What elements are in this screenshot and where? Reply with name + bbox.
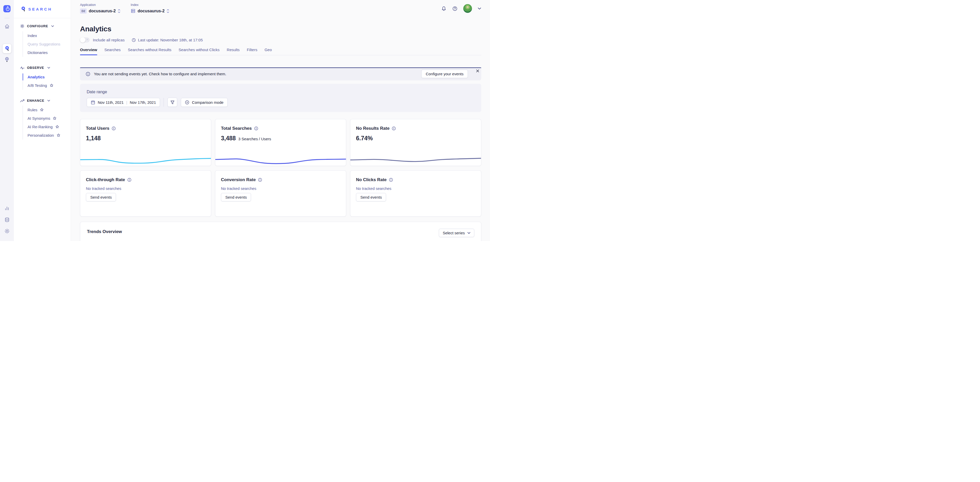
- send-events-button[interactable]: Send events: [356, 193, 386, 201]
- rail-home-button[interactable]: [3, 22, 11, 30]
- sidebar: SEARCH CONFIGURE Index Query Suggestions: [14, 0, 71, 241]
- sidebar-item-label: Rules: [27, 108, 37, 112]
- sidebar-item-dictionaries[interactable]: Dictionaries: [22, 48, 71, 57]
- rail-settings-button[interactable]: [3, 227, 11, 235]
- sidebar-item-ai-synonyms[interactable]: AI Synonyms: [22, 114, 71, 122]
- configure-events-button[interactable]: Configure your events: [421, 70, 468, 78]
- rail-divider: [4, 18, 10, 18]
- info-circle-icon[interactable]: [258, 178, 262, 182]
- info-circle-icon[interactable]: [127, 178, 131, 182]
- card-title: No Clicks Rate: [356, 177, 387, 182]
- include-replicas-toggle[interactable]: [80, 38, 89, 43]
- info-circle-icon[interactable]: [254, 127, 258, 130]
- banner-message: You are not sending events yet. Check ho…: [94, 72, 226, 76]
- sidebar-item-label: Analytics: [27, 75, 45, 79]
- select-series-label: Select series: [443, 231, 465, 235]
- sidebar-item-ab-testing[interactable]: A/B Testing: [22, 81, 71, 90]
- index-icon: [130, 8, 135, 13]
- product-logo[interactable]: SEARCH: [14, 0, 71, 18]
- last-update: Last update: November 18th, at 17:05: [132, 38, 203, 42]
- tab-geo[interactable]: Geo: [264, 48, 272, 55]
- date-range-button[interactable]: Nov 11th, 2021 | Nov 17th, 2021: [87, 98, 160, 107]
- date-range-panel: Date range Nov 11th, 2021 | Nov 17th, 20…: [80, 84, 481, 112]
- sidebar-section-header-observe[interactable]: OBSERVE: [14, 66, 71, 70]
- rail-recommend-button[interactable]: [3, 56, 11, 63]
- comparison-mode-button[interactable]: Comparison mode: [181, 98, 228, 107]
- search-logo-icon: [21, 6, 26, 12]
- rail-search-button-active[interactable]: [3, 44, 11, 53]
- tab-filters[interactable]: Filters: [247, 48, 258, 55]
- trends-overview-panel: Trends Overview Select series: [80, 222, 481, 241]
- user-avatar[interactable]: [463, 4, 472, 13]
- notifications-button[interactable]: [441, 6, 447, 11]
- tab-searches[interactable]: Searches: [105, 48, 121, 55]
- application-value: docusaurus-2: [89, 9, 116, 13]
- sidebar-item-analytics[interactable]: Analytics: [22, 73, 71, 81]
- sidebar-section-header-configure[interactable]: CONFIGURE: [14, 24, 71, 28]
- card-title: Total Users: [86, 126, 109, 131]
- star-icon: [57, 133, 60, 137]
- send-events-button[interactable]: Send events: [86, 193, 116, 201]
- sidebar-item-rules[interactable]: Rules: [22, 106, 71, 114]
- info-circle-icon: [86, 72, 90, 76]
- toggle-off-x-icon: [86, 38, 89, 41]
- date-range-heading: Date range: [87, 90, 474, 94]
- tab-overview[interactable]: Overview: [80, 48, 97, 55]
- help-button[interactable]: [452, 6, 458, 11]
- sidebar-item-ai-re-ranking[interactable]: AI Re-Ranking: [22, 122, 71, 131]
- sidebar-section-header-enhance[interactable]: ENHANCE: [14, 99, 71, 103]
- bell-icon: [441, 6, 447, 11]
- funnel-icon: [170, 100, 175, 105]
- card-title: No Results Rate: [356, 126, 390, 131]
- bar-chart-icon: [4, 206, 10, 211]
- star-icon: [55, 125, 59, 129]
- send-events-button[interactable]: Send events: [221, 193, 251, 201]
- sparkline-chart: [215, 152, 346, 164]
- star-icon: [49, 84, 54, 87]
- sidebar-item-label: Query Suggestions: [27, 42, 60, 46]
- search-product-icon: [5, 46, 10, 52]
- metric-cards-row: Total Users 1,148 Total Searches 3,488: [80, 119, 481, 166]
- chevron-down-icon: [47, 100, 50, 102]
- card-value: 6.74%: [356, 135, 373, 142]
- sidebar-item-query-suggestions[interactable]: Query Suggestions: [22, 40, 71, 48]
- sidebar-item-index[interactable]: Index: [22, 31, 71, 40]
- banner-close-button[interactable]: [475, 68, 480, 74]
- page-title: Analytics: [80, 25, 481, 33]
- index-label: Index: [130, 3, 169, 7]
- play-circle-icon: [185, 100, 189, 105]
- user-menu-button[interactable]: [478, 8, 481, 10]
- database-icon: [4, 217, 10, 222]
- last-update-text: Last update: November 18th, at 17:05: [138, 38, 203, 42]
- index-selector[interactable]: Index docusaurus-2: [130, 3, 169, 13]
- card-status: No tracked searches: [356, 186, 475, 191]
- rail-data-button[interactable]: [3, 216, 11, 224]
- tab-results[interactable]: Results: [227, 48, 240, 55]
- logo-text: SEARCH: [28, 7, 52, 11]
- clock-icon: [132, 38, 136, 42]
- date-range-controls: Nov 11th, 2021 | Nov 17th, 2021 Comparis…: [87, 98, 474, 107]
- tab-searches-without-clicks[interactable]: Searches without Clicks: [178, 48, 220, 55]
- sidebar-item-personalization[interactable]: Personalization: [22, 131, 71, 140]
- filter-button[interactable]: [167, 98, 177, 107]
- section-label: CONFIGURE: [27, 24, 48, 28]
- application-selector[interactable]: Application D2 docusaurus-2: [80, 3, 120, 14]
- sidebar-item-label: Index: [27, 33, 37, 38]
- select-series-button[interactable]: Select series: [439, 229, 474, 237]
- card-status: No tracked searches: [221, 186, 340, 191]
- info-circle-icon[interactable]: [392, 127, 396, 130]
- topbar: Application D2 docusaurus-2 Index docusa…: [71, 0, 490, 18]
- info-circle-icon[interactable]: [389, 178, 393, 182]
- sidebar-item-label: AI Re-Ranking: [27, 125, 53, 129]
- chevron-down-icon: [47, 67, 50, 69]
- rail-analytics-button[interactable]: [3, 205, 11, 212]
- info-circle-icon[interactable]: [111, 127, 116, 130]
- trial-timer-button[interactable]: [3, 5, 11, 12]
- controls-divider: [164, 98, 164, 107]
- gear-icon: [4, 228, 10, 234]
- trends-title: Trends Overview: [87, 229, 122, 234]
- tab-searches-without-results[interactable]: Searches without Results: [128, 48, 171, 55]
- chevron-down-icon: [51, 25, 54, 27]
- sidebar-item-label: Personalization: [27, 133, 54, 138]
- date-separator: |: [126, 100, 127, 105]
